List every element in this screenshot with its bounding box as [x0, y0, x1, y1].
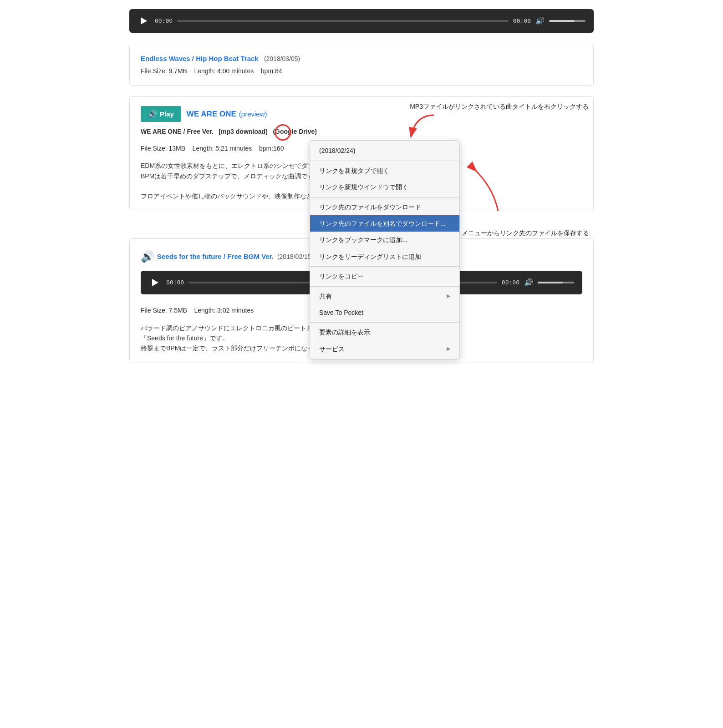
track2-link-google[interactable]: (Google Drive) [273, 128, 316, 135]
context-download-label: リンク先のファイルをダウンロード [319, 202, 421, 212]
context-menu-item-share[interactable]: 共有 ▶ [310, 288, 459, 304]
track3-filesize: File Size: 7.5MB [141, 307, 187, 314]
volume-icon-track3: 🔊 [524, 277, 533, 288]
volume-icon-top: 🔊 [535, 15, 545, 27]
play-button-track3[interactable] [149, 276, 162, 289]
volume-fill-top [549, 20, 575, 22]
chevron-services-icon: ▶ [447, 345, 450, 353]
context-menu-item-download[interactable]: リンク先のファイルをダウンロード [310, 199, 459, 215]
context-pocket-label: Save To Pocket [319, 308, 363, 318]
context-bookmark-label: リンクをブックマークに追加... [319, 235, 407, 245]
context-inspect-label: 要素の詳細を表示 [319, 327, 370, 337]
play-button-top[interactable] [137, 15, 150, 27]
context-menu-item-readinglist[interactable]: リンクをリーディングリストに追加 [310, 248, 459, 265]
track1-date: (2018/03/05) [264, 55, 300, 62]
time-end-top: 00:00 [513, 16, 531, 26]
context-separator-3 [310, 266, 459, 267]
audio-player-top: 00:00 00:00 🔊 [129, 9, 594, 33]
context-menu-item-services[interactable]: サービス ▶ [310, 341, 459, 357]
track2-link-main[interactable]: WE ARE ONE / Free Ver. [mp3 download] [141, 128, 270, 135]
volume-fill-track3 [538, 282, 563, 283]
svg-marker-0 [141, 17, 147, 25]
context-services-label: サービス [319, 344, 345, 354]
track2-link-row: WE ARE ONE / Free Ver. [mp3 download] (G… [141, 126, 582, 136]
track1-bpm: bpm:84 [261, 67, 282, 75]
context-menu-item-newtab[interactable]: リンクを新規タブで開く [310, 162, 459, 179]
track2-bpm: bpm:160 [259, 145, 284, 152]
context-newtab-label: リンクを新規タブで開く [319, 166, 389, 176]
volume-slider-track3[interactable] [538, 282, 574, 283]
track2-link-bracket: [mp3 download] [219, 128, 267, 135]
context-menu: (2018/02/24) リンクを新規タブで開く リンクを新規ウインドウで開く … [310, 140, 460, 359]
svg-marker-3 [152, 279, 158, 286]
volume-slider-top[interactable] [549, 20, 586, 22]
annotation-top: MP3ファイルがリンクされている曲タイトルを右クリックする [410, 101, 589, 111]
track3-date: (2018/02/15) [277, 252, 313, 262]
context-menu-item-inspect[interactable]: 要素の詳細を表示 [310, 324, 459, 340]
context-date-label: (2018/02/24) [319, 146, 355, 156]
context-separator-2 [310, 197, 459, 197]
track2-length: Length: 5:21 minutes [193, 145, 252, 152]
chevron-share-icon: ▶ [447, 292, 450, 300]
speaker-icon: 🔊 [148, 110, 157, 118]
time-start-track3: 00:00 [166, 278, 184, 288]
track2-link-text: WE ARE ONE / Free Ver. [141, 128, 214, 135]
track2-preview: (preview) [239, 109, 267, 120]
track3-title-link[interactable]: Seeds for the future / Free BGM Ver. [157, 251, 274, 262]
context-separator-5 [310, 322, 459, 323]
track2-play-button[interactable]: 🔊 Play [141, 106, 181, 122]
track2-google-label: (Google Drive) [273, 128, 316, 135]
context-menu-item-pocket[interactable]: Save To Pocket [310, 304, 459, 321]
context-menu-item-date[interactable]: (2018/02/24) [310, 142, 459, 159]
context-saveas-label: リンク先のファイルを別名でダウンロード... [319, 218, 446, 228]
context-readinglist-label: リンクをリーディングリストに追加 [319, 252, 421, 262]
track1-meta: File Size: 9.7MB Length: 4:00 minutes bp… [141, 66, 582, 76]
track1-header: Endless Waves / Hip Hop Beat Track (2018… [141, 53, 582, 64]
track1-card: Endless Waves / Hip Hop Beat Track (2018… [129, 44, 594, 86]
track2-play-label: Play [160, 110, 174, 118]
time-start-top: 00:00 [155, 16, 173, 26]
track1-length: Length: 4:00 minutes [194, 67, 254, 75]
track2-title: WE ARE ONE [187, 108, 236, 120]
context-share-label: 共有 [319, 291, 332, 301]
context-menu-item-newwindow[interactable]: リンクを新規ウインドウで開く [310, 179, 459, 195]
time-end-track3: 00:00 [502, 278, 519, 288]
track2-card: MP3ファイルがリンクされている曲タイトルを右クリックする 🔊 Play WE … [129, 96, 594, 211]
progress-bar-top[interactable] [177, 20, 509, 22]
context-menu-item-bookmark[interactable]: リンクをブックマークに追加... [310, 232, 459, 248]
track3-icon: 🔊 [141, 248, 154, 265]
context-copylink-label: リンクをコピー [319, 271, 364, 281]
track1-title-link[interactable]: Endless Waves / Hip Hop Beat Track [141, 55, 259, 62]
context-separator-1 [310, 161, 459, 161]
context-menu-item-copylink[interactable]: リンクをコピー [310, 268, 459, 284]
context-newwindow-label: リンクを新規ウインドウで開く [319, 182, 408, 192]
track1-filesize: File Size: 9.7MB [141, 67, 187, 75]
context-menu-item-saveas[interactable]: リンク先のファイルを別名でダウンロード... [310, 215, 459, 232]
context-separator-4 [310, 286, 459, 287]
track2-outer: MP3ファイルがリンクされている曲タイトルを右クリックする 🔊 Play WE … [129, 96, 594, 211]
track3-length: Length: 3:02 minutes [194, 307, 254, 314]
track2-filesize: File Size: 13MB [141, 145, 185, 152]
